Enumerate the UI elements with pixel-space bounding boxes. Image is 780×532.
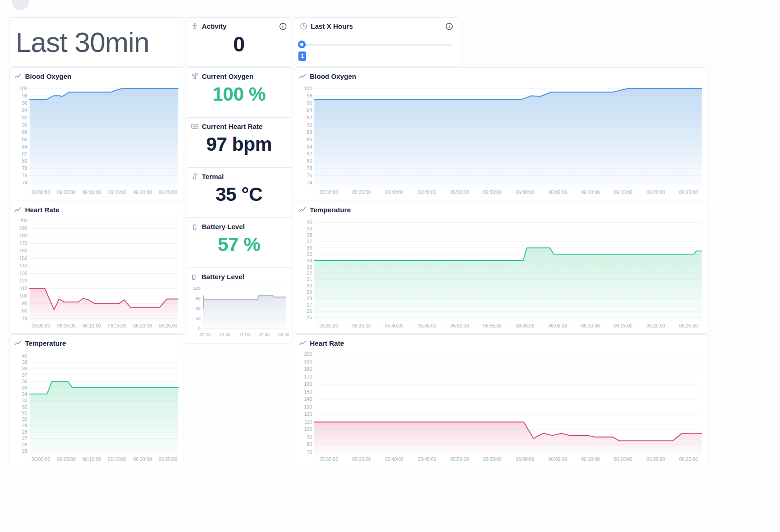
svg-text:05:35:00: 05:35:00 — [352, 189, 371, 195]
battery-level-card: Battery Level 57 % — [185, 218, 293, 268]
info-icon[interactable] — [445, 22, 453, 31]
svg-text:06:25:00: 06:25:00 — [159, 189, 177, 195]
current-oxygen-label: Current Oxygen — [202, 72, 253, 80]
svg-text:06:10:00: 06:10:00 — [581, 456, 600, 462]
svg-text:33: 33 — [22, 398, 27, 403]
trend-line-icon — [14, 340, 21, 347]
svg-text:06:15:00: 06:15:00 — [108, 323, 127, 328]
svg-text:06:05:00: 06:05:00 — [57, 189, 76, 195]
trend-line-icon — [299, 73, 306, 80]
svg-text:160: 160 — [19, 248, 27, 253]
svg-text:140: 140 — [19, 263, 27, 268]
svg-text:05:30:00: 05:30:00 — [319, 456, 338, 462]
svg-text:06:20:00: 06:20:00 — [133, 456, 152, 462]
svg-text:100: 100 — [19, 293, 27, 298]
svg-text:05:35:00: 05:35:00 — [352, 456, 371, 462]
hours-slider-track[interactable] — [301, 44, 452, 46]
svg-text:31: 31 — [307, 276, 312, 282]
svg-text:05:55:00: 05:55:00 — [483, 189, 502, 195]
svg-text:28: 28 — [307, 296, 312, 301]
svg-text:140: 140 — [304, 396, 312, 402]
svg-text:06:10:00: 06:10:00 — [82, 456, 101, 462]
svg-text:06:00:00: 06:00:00 — [516, 189, 534, 195]
svg-text:76: 76 — [307, 173, 312, 178]
svg-text:06:25:00: 06:25:00 — [679, 189, 698, 195]
svg-text:25: 25 — [22, 448, 27, 454]
svg-text:90: 90 — [195, 296, 200, 301]
svg-text:38: 38 — [307, 232, 312, 238]
chart-title: Heart Rate — [25, 206, 59, 214]
trend-line-icon — [14, 73, 21, 80]
svg-text:29: 29 — [22, 423, 27, 428]
heart-rate-icon — [191, 123, 199, 130]
svg-text:06:20:00: 06:20:00 — [133, 189, 152, 195]
svg-text:82: 82 — [307, 151, 312, 156]
battery-level-label: Battery Level — [202, 223, 245, 230]
thermal-card: A Termal 35 °C — [185, 168, 293, 218]
svg-text:06:15:00: 06:15:00 — [108, 456, 127, 462]
svg-text:29: 29 — [307, 289, 312, 295]
svg-text:80: 80 — [22, 158, 27, 164]
hours-slider-handle[interactable] — [298, 41, 306, 48]
current-heart-rate-label: Current Heart Rate — [202, 123, 262, 130]
card-blood-oxygen-1h: Blood Oxygen 100989694929088868482807876… — [294, 67, 708, 200]
svg-text:96: 96 — [22, 100, 27, 106]
svg-text:06:05:00: 06:05:00 — [57, 456, 76, 462]
chart-heart-rate-1h: 2001901801701601501401301201101009080700… — [299, 349, 704, 463]
svg-text:60: 60 — [195, 306, 200, 311]
svg-text:180: 180 — [304, 366, 312, 372]
svg-text:06:20:00: 06:20:00 — [647, 323, 665, 328]
svg-text:32: 32 — [307, 271, 312, 276]
svg-text:25: 25 — [307, 315, 312, 320]
svg-text:06:05:00: 06:05:00 — [57, 323, 76, 328]
svg-text:90: 90 — [22, 122, 27, 128]
svg-text:70: 70 — [22, 316, 27, 321]
svg-text:06:10:00: 06:10:00 — [581, 189, 600, 195]
svg-text:30: 30 — [195, 316, 200, 321]
last-x-hours-label: Last X Hours — [311, 22, 353, 30]
svg-text:80: 80 — [307, 441, 312, 447]
svg-text:88: 88 — [22, 129, 27, 135]
svg-text:160: 160 — [304, 381, 312, 387]
svg-text:92: 92 — [22, 115, 27, 120]
card-blood-oxygen-30min: Blood Oxygen 100989694929088868482807876… — [9, 67, 184, 200]
svg-text:05:50:00: 05:50:00 — [450, 456, 469, 462]
svg-text:28: 28 — [22, 429, 27, 435]
chart-title: Temperature — [25, 339, 66, 347]
chart-heart-rate-30min: 2001901801701601501401301201101009080700… — [14, 215, 181, 329]
svg-text:100: 100 — [304, 426, 312, 432]
svg-text:100: 100 — [304, 86, 312, 91]
svg-text:150: 150 — [304, 389, 312, 394]
svg-text:06:05:00: 06:05:00 — [549, 323, 567, 328]
svg-text:06:00:00: 06:00:00 — [31, 323, 50, 328]
svg-text:A: A — [196, 173, 198, 176]
svg-text:36: 36 — [22, 379, 27, 384]
svg-text:82: 82 — [22, 151, 27, 156]
svg-text:38: 38 — [22, 366, 27, 371]
thermal-label: Termal — [202, 173, 224, 180]
svg-text:96: 96 — [307, 100, 312, 106]
svg-text:34: 34 — [307, 258, 312, 263]
svg-text:84: 84 — [307, 144, 312, 149]
svg-text:06:25:00: 06:25:00 — [159, 323, 177, 328]
chart-title: Heart Rate — [310, 339, 344, 347]
svg-text:05:50:00: 05:50:00 — [450, 323, 469, 328]
current-heart-rate-value: 97 bpm — [191, 133, 287, 155]
info-icon[interactable] — [279, 22, 287, 31]
svg-text:05:50:00: 05:50:00 — [450, 189, 469, 195]
chart-title: Blood Oxygen — [25, 72, 72, 80]
svg-text:86: 86 — [22, 137, 27, 142]
svg-text:06:15:00: 06:15:00 — [614, 323, 632, 328]
svg-text:06:25:00: 06:25:00 — [679, 456, 698, 462]
svg-text:12:00: 12:00 — [219, 332, 231, 337]
svg-text:05:30:00: 05:30:00 — [319, 323, 338, 328]
current-heart-rate-card: Current Heart Rate 97 bpm — [185, 118, 293, 168]
svg-text:0: 0 — [198, 326, 201, 331]
page-loader-circle — [12, 0, 29, 10]
svg-text:17:00: 17:00 — [239, 332, 250, 337]
svg-text:07:00: 07:00 — [200, 332, 211, 337]
hours-slider-value-badge: 1 — [298, 51, 306, 61]
activity-card: Activity 0 — [185, 17, 293, 66]
svg-text:06:15:00: 06:15:00 — [614, 456, 632, 462]
svg-text:110: 110 — [304, 419, 312, 425]
